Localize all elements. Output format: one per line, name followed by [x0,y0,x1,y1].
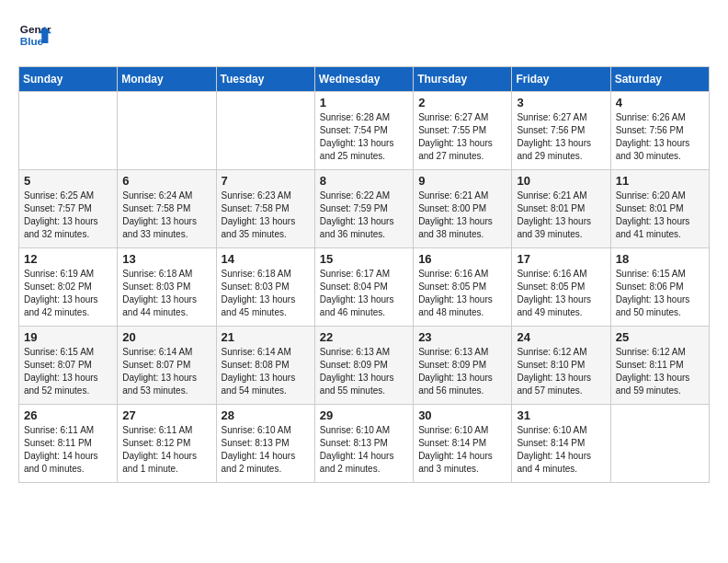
calendar-cell: 11 Sunrise: 6:20 AMSunset: 8:01 PMDaylig… [610,170,709,248]
calendar-cell: 30 Sunrise: 6:10 AMSunset: 8:14 PMDaylig… [414,405,512,483]
day-number: 12 [24,252,112,266]
day-info: Sunrise: 6:10 AMSunset: 8:14 PMDaylight:… [418,425,493,474]
calendar-cell: 9 Sunrise: 6:21 AMSunset: 8:00 PMDayligh… [414,170,512,248]
day-number: 27 [122,408,210,422]
calendar-cell: 16 Sunrise: 6:16 AMSunset: 8:05 PMDaylig… [414,248,512,327]
logo-icon: General Blue [18,18,51,52]
day-number: 20 [122,330,210,344]
weekday-header-wednesday: Wednesday [314,67,413,92]
day-info: Sunrise: 6:18 AMSunset: 8:03 PMDaylight:… [122,269,197,317]
day-info: Sunrise: 6:27 AMSunset: 7:55 PMDaylight:… [418,112,493,161]
day-info: Sunrise: 6:11 AMSunset: 8:11 PMDaylight:… [24,425,98,474]
calendar-week-3: 12 Sunrise: 6:19 AMSunset: 8:02 PMDaylig… [19,248,710,327]
day-info: Sunrise: 6:21 AMSunset: 8:00 PMDaylight:… [418,190,493,239]
day-number: 29 [320,408,408,422]
calendar-cell [216,92,314,170]
calendar-cell: 27 Sunrise: 6:11 AMSunset: 8:12 PMDaylig… [118,405,216,483]
svg-text:Blue: Blue [20,35,44,47]
day-number: 19 [24,330,112,344]
calendar-cell: 21 Sunrise: 6:14 AMSunset: 8:08 PMDaylig… [216,327,314,405]
day-info: Sunrise: 6:13 AMSunset: 8:09 PMDaylight:… [418,347,493,396]
day-info: Sunrise: 6:27 AMSunset: 7:56 PMDaylight:… [517,112,591,161]
day-info: Sunrise: 6:22 AMSunset: 7:59 PMDaylight:… [320,190,394,239]
day-info: Sunrise: 6:16 AMSunset: 8:05 PMDaylight:… [418,269,493,317]
weekday-header-friday: Friday [512,67,610,92]
calendar-cell: 25 Sunrise: 6:12 AMSunset: 8:11 PMDaylig… [610,327,709,405]
day-number: 22 [320,330,408,344]
calendar-cell: 24 Sunrise: 6:12 AMSunset: 8:10 PMDaylig… [512,327,610,405]
calendar-cell: 17 Sunrise: 6:16 AMSunset: 8:05 PMDaylig… [512,248,610,327]
day-number: 13 [122,252,210,266]
calendar-week-1: 1 Sunrise: 6:28 AMSunset: 7:54 PMDayligh… [19,92,710,170]
weekday-header-tuesday: Tuesday [216,67,314,92]
calendar-cell: 28 Sunrise: 6:10 AMSunset: 8:13 PMDaylig… [216,405,314,483]
day-number: 30 [418,408,506,422]
day-info: Sunrise: 6:17 AMSunset: 8:04 PMDaylight:… [320,269,394,317]
day-number: 3 [517,96,605,109]
day-info: Sunrise: 6:12 AMSunset: 8:11 PMDaylight:… [616,347,690,396]
day-info: Sunrise: 6:26 AMSunset: 7:56 PMDaylight:… [616,112,690,161]
day-number: 16 [418,252,506,266]
day-info: Sunrise: 6:10 AMSunset: 8:13 PMDaylight:… [320,425,394,474]
day-info: Sunrise: 6:25 AMSunset: 7:57 PMDaylight:… [24,190,98,239]
calendar-cell: 15 Sunrise: 6:17 AMSunset: 8:04 PMDaylig… [314,248,413,327]
day-number: 17 [517,252,605,266]
calendar-week-2: 5 Sunrise: 6:25 AMSunset: 7:57 PMDayligh… [19,170,710,248]
day-number: 9 [418,174,506,188]
day-info: Sunrise: 6:16 AMSunset: 8:05 PMDaylight:… [517,269,591,317]
calendar-table: SundayMondayTuesdayWednesdayThursdayFrid… [18,66,710,483]
day-info: Sunrise: 6:18 AMSunset: 8:03 PMDaylight:… [222,269,296,317]
day-info: Sunrise: 6:28 AMSunset: 7:54 PMDaylight:… [320,112,394,161]
calendar-cell: 26 Sunrise: 6:11 AMSunset: 8:11 PMDaylig… [19,405,118,483]
calendar-cell: 31 Sunrise: 6:10 AMSunset: 8:14 PMDaylig… [512,405,610,483]
day-number: 1 [320,96,408,109]
calendar-cell: 1 Sunrise: 6:28 AMSunset: 7:54 PMDayligh… [314,92,413,170]
calendar-cell: 12 Sunrise: 6:19 AMSunset: 8:02 PMDaylig… [19,248,118,327]
day-number: 21 [222,330,310,344]
calendar-cell [19,92,118,170]
calendar-cell: 3 Sunrise: 6:27 AMSunset: 7:56 PMDayligh… [512,92,610,170]
day-number: 11 [616,174,704,188]
day-number: 6 [122,174,210,188]
calendar-cell: 10 Sunrise: 6:21 AMSunset: 8:01 PMDaylig… [512,170,610,248]
weekday-header-monday: Monday [118,67,216,92]
day-number: 31 [517,408,605,422]
day-info: Sunrise: 6:11 AMSunset: 8:12 PMDaylight:… [122,425,197,474]
weekday-header-sunday: Sunday [19,67,118,92]
day-info: Sunrise: 6:23 AMSunset: 7:58 PMDaylight:… [222,190,296,239]
day-number: 23 [418,330,506,344]
day-number: 26 [24,408,112,422]
day-number: 10 [517,174,605,188]
calendar-week-5: 26 Sunrise: 6:11 AMSunset: 8:11 PMDaylig… [19,405,710,483]
day-info: Sunrise: 6:20 AMSunset: 8:01 PMDaylight:… [616,190,690,239]
day-info: Sunrise: 6:10 AMSunset: 8:13 PMDaylight:… [222,425,296,474]
day-info: Sunrise: 6:19 AMSunset: 8:02 PMDaylight:… [24,269,98,317]
calendar-cell: 8 Sunrise: 6:22 AMSunset: 7:59 PMDayligh… [314,170,413,248]
day-info: Sunrise: 6:13 AMSunset: 8:09 PMDaylight:… [320,347,394,396]
logo: General Blue [18,18,51,52]
day-number: 14 [222,252,310,266]
page-header: General Blue [18,18,710,52]
calendar-cell: 29 Sunrise: 6:10 AMSunset: 8:13 PMDaylig… [314,405,413,483]
day-number: 4 [616,96,704,109]
calendar-cell: 2 Sunrise: 6:27 AMSunset: 7:55 PMDayligh… [414,92,512,170]
day-number: 15 [320,252,408,266]
day-info: Sunrise: 6:15 AMSunset: 8:06 PMDaylight:… [616,269,690,317]
calendar-cell: 6 Sunrise: 6:24 AMSunset: 7:58 PMDayligh… [118,170,216,248]
calendar-cell: 14 Sunrise: 6:18 AMSunset: 8:03 PMDaylig… [216,248,314,327]
weekday-header-row: SundayMondayTuesdayWednesdayThursdayFrid… [19,67,710,92]
calendar-cell: 7 Sunrise: 6:23 AMSunset: 7:58 PMDayligh… [216,170,314,248]
day-number: 25 [616,330,704,344]
calendar-cell: 22 Sunrise: 6:13 AMSunset: 8:09 PMDaylig… [314,327,413,405]
day-number: 5 [24,174,112,188]
calendar-cell [118,92,216,170]
day-number: 28 [222,408,310,422]
day-info: Sunrise: 6:15 AMSunset: 8:07 PMDaylight:… [24,347,98,396]
day-info: Sunrise: 6:14 AMSunset: 8:07 PMDaylight:… [122,347,197,396]
day-number: 8 [320,174,408,188]
day-info: Sunrise: 6:24 AMSunset: 7:58 PMDaylight:… [122,190,197,239]
calendar-cell: 23 Sunrise: 6:13 AMSunset: 8:09 PMDaylig… [414,327,512,405]
day-info: Sunrise: 6:10 AMSunset: 8:14 PMDaylight:… [517,425,591,474]
day-number: 2 [418,96,506,109]
weekday-header-saturday: Saturday [610,67,709,92]
